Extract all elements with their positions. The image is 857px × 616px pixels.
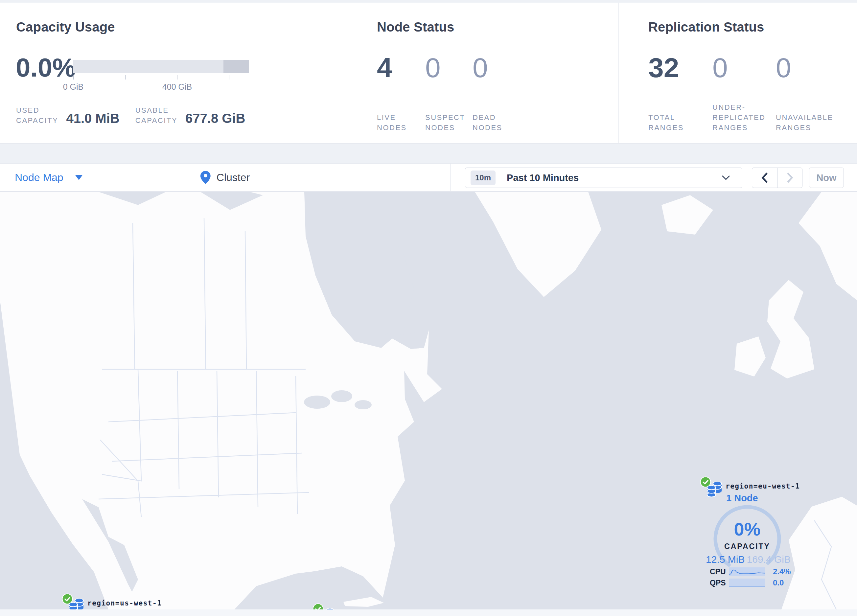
- axis-tick: [73, 75, 74, 80]
- cpu-metric-row: CPU 2.4%: [710, 567, 791, 576]
- breadcrumb-label: Cluster: [217, 171, 250, 184]
- capacity-bar-nonusable-segment: [223, 60, 249, 73]
- suspect-nodes-label: SUSPECT NODES: [425, 100, 465, 133]
- cluster-summary-bar: Capacity Usage 0.0% 0 GiB 400 GiB USED C…: [0, 3, 857, 144]
- suspect-nodes-value: 0: [425, 52, 441, 83]
- region-marker-eu-west-1[interactable]: region=eu-west-1 1 Node 0% CAPACITY 12.5…: [698, 476, 797, 590]
- chevron-right-icon: [786, 172, 794, 184]
- qps-sparkline: [729, 579, 765, 587]
- capacity-values-row: 12.5 MiB 169.4 GiB: [706, 554, 790, 565]
- under-replicated-ranges-label: UNDER- REPLICATED RANGES: [712, 100, 766, 133]
- capacity-stats: USED CAPACITY 41.0 MiB USABLE CAPACITY 6…: [16, 105, 245, 125]
- time-range-selector[interactable]: 10m Past 10 Minutes: [465, 168, 742, 188]
- used-capacity-label: USED CAPACITY: [16, 105, 58, 125]
- map-footer-strip: [0, 610, 857, 616]
- time-range-label: Past 10 Minutes: [507, 173, 579, 183]
- live-nodes-stat: 4 LIVE NODES: [377, 3, 425, 143]
- time-range-badge: 10m: [470, 170, 495, 185]
- cpu-label: CPU: [710, 567, 729, 576]
- dead-nodes-stat: 0 DEAD NODES: [473, 3, 525, 143]
- cluster-overview-page: Capacity Usage 0.0% 0 GiB 400 GiB USED C…: [0, 0, 857, 616]
- region-nodes-link[interactable]: 1 Node: [726, 493, 758, 504]
- axis-tick-label: 400 GiB: [162, 82, 192, 92]
- axis-tick: [229, 75, 229, 80]
- capacity-bar-axis: 0 GiB 400 GiB: [73, 75, 249, 95]
- usable-capacity-value: 677.8 GiB: [185, 111, 245, 125]
- capacity-total: 169.4 GiB: [747, 554, 790, 565]
- time-nav-buttons: [752, 168, 803, 188]
- axis-tick: [125, 75, 125, 80]
- total-ranges-label: TOTAL RANGES: [648, 100, 684, 133]
- capacity-percent-value: 0.0%: [16, 52, 76, 83]
- usable-capacity-label: USABLE CAPACITY: [135, 105, 178, 125]
- qps-metric-row: QPS 0.0: [710, 578, 784, 587]
- capacity-usage-panel: Capacity Usage 0.0% 0 GiB 400 GiB USED C…: [0, 3, 346, 143]
- under-replicated-ranges-stat: 0 UNDER- REPLICATED RANGES: [712, 3, 776, 143]
- capacity-percent: 0%: [698, 519, 797, 540]
- capacity-label: CAPACITY: [698, 542, 797, 551]
- node-map: region=us-west-1 1 Node 0% CAPACITY 12.2…: [0, 192, 857, 610]
- qps-value: 0.0: [773, 578, 784, 587]
- node-status-panel: Node Status 4 LIVE NODES 0 SUSPECT NODES…: [346, 3, 619, 143]
- cpu-value: 2.4%: [773, 567, 791, 576]
- cpu-sparkline: [729, 567, 765, 576]
- map-toolbar: Node Map Cluster 10m Past 10 Minutes: [0, 163, 857, 191]
- capacity-used: 12.5 MiB: [706, 554, 745, 565]
- time-prev-button[interactable]: [752, 168, 777, 188]
- chevron-down-icon: [722, 175, 730, 181]
- database-stack-icon: [68, 599, 85, 610]
- axis-tick: [177, 75, 178, 80]
- capacity-bar: [73, 60, 249, 73]
- location-pin-icon: [200, 171, 210, 184]
- capacity-usage-title: Capacity Usage: [16, 20, 115, 34]
- now-button[interactable]: Now: [809, 168, 844, 188]
- live-nodes-value: 4: [377, 52, 392, 83]
- qps-label: QPS: [710, 579, 729, 587]
- caret-down-icon: [75, 175, 82, 180]
- dead-nodes-label: DEAD NODES: [473, 100, 503, 133]
- unavailable-ranges-value: 0: [776, 52, 791, 83]
- live-nodes-label: LIVE NODES: [377, 100, 407, 133]
- total-ranges-stat: 32 TOTAL RANGES: [648, 3, 712, 143]
- replication-status-panel: Replication Status 32 TOTAL RANGES 0 UND…: [619, 3, 857, 143]
- axis-tick-label: 0 GiB: [63, 82, 84, 92]
- unavailable-ranges-label: UNAVAILABLE RANGES: [776, 100, 833, 133]
- total-ranges-value: 32: [648, 52, 679, 83]
- suspect-nodes-stat: 0 SUSPECT NODES: [425, 3, 473, 143]
- region-name: region=eu-west-1: [726, 482, 800, 490]
- unavailable-ranges-stat: 0 UNAVAILABLE RANGES: [776, 3, 848, 143]
- under-replicated-ranges-value: 0: [712, 52, 728, 83]
- region-marker-us-west-1[interactable]: region=us-west-1 1 Node 0% CAPACITY 12.2…: [60, 593, 158, 610]
- region-name: region=us-west-1: [87, 599, 162, 607]
- database-stack-icon: [707, 482, 723, 499]
- toolbar-left-section: Node Map Cluster: [0, 164, 450, 191]
- chevron-left-icon: [760, 172, 769, 184]
- view-selector-dropdown[interactable]: Node Map: [15, 164, 82, 191]
- breadcrumb[interactable]: Cluster: [200, 164, 250, 191]
- view-selector-label: Node Map: [15, 171, 63, 184]
- time-next-button[interactable]: [777, 168, 802, 188]
- dead-nodes-value: 0: [473, 52, 488, 83]
- used-capacity-value: 41.0 MiB: [66, 111, 119, 125]
- region-marker-us-east-1[interactable]: region=us-east-1 2 Nodes 0% CAPACITY 16.…: [311, 603, 409, 610]
